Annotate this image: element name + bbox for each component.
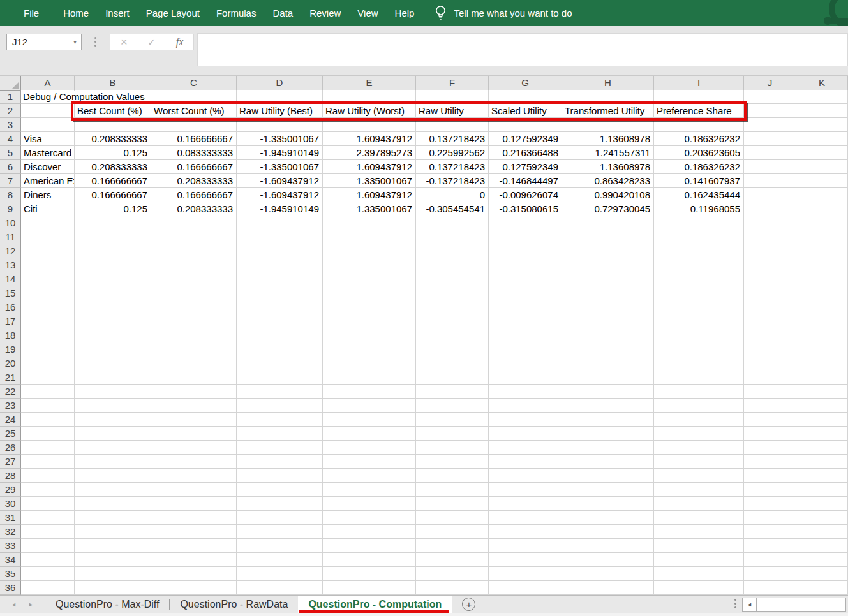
- cell-E23[interactable]: [323, 399, 416, 413]
- cell-K7[interactable]: [796, 174, 848, 188]
- cell-D30[interactable]: [237, 497, 323, 511]
- cell-A6[interactable]: Discover: [21, 160, 75, 174]
- cell-A10[interactable]: [21, 216, 75, 230]
- cell-E17[interactable]: [323, 314, 416, 328]
- row-header-34[interactable]: 34: [0, 553, 21, 567]
- cell-F30[interactable]: [416, 497, 489, 511]
- cell-D22[interactable]: [237, 385, 323, 399]
- cell-D27[interactable]: [237, 455, 323, 469]
- cell-H21[interactable]: [562, 370, 654, 385]
- cell-F35[interactable]: [416, 567, 489, 581]
- cell-D29[interactable]: [237, 483, 323, 497]
- cell-B14[interactable]: [75, 272, 151, 286]
- cell-B32[interactable]: [75, 525, 151, 539]
- cell-C13[interactable]: [151, 258, 237, 272]
- column-header-C[interactable]: C: [151, 76, 237, 91]
- cell-E30[interactable]: [323, 497, 416, 511]
- cell-I33[interactable]: [654, 539, 744, 553]
- cell-J26[interactable]: [744, 441, 796, 455]
- cell-J3[interactable]: [744, 118, 796, 132]
- cell-K1[interactable]: [796, 90, 848, 104]
- cell-F12[interactable]: [416, 244, 489, 258]
- cell-C34[interactable]: [151, 553, 237, 567]
- cell-G21[interactable]: [489, 370, 562, 385]
- cell-K34[interactable]: [796, 553, 848, 567]
- cell-E25[interactable]: [323, 427, 416, 441]
- cell-E22[interactable]: [323, 385, 416, 399]
- cell-E13[interactable]: [323, 258, 416, 272]
- cell-G19[interactable]: [489, 342, 562, 356]
- cell-F34[interactable]: [416, 553, 489, 567]
- cell-E4[interactable]: 1.609437912: [323, 132, 416, 146]
- cell-J22[interactable]: [744, 385, 796, 399]
- cell-C5[interactable]: 0.083333333: [151, 146, 237, 160]
- cell-F31[interactable]: [416, 511, 489, 525]
- cell-G8[interactable]: -0.009626074: [489, 188, 562, 202]
- cell-B8[interactable]: 0.166666667: [75, 188, 151, 202]
- scrollbar-resize-handle[interactable]: [734, 599, 736, 608]
- cell-I26[interactable]: [654, 441, 744, 455]
- column-header-I[interactable]: I: [654, 76, 744, 91]
- cell-D19[interactable]: [237, 342, 323, 356]
- cell-I30[interactable]: [654, 497, 744, 511]
- row-header-16[interactable]: 16: [0, 300, 21, 314]
- cell-H10[interactable]: [562, 216, 654, 230]
- cell-B13[interactable]: [75, 258, 151, 272]
- cell-I4[interactable]: 0.186326232: [654, 132, 744, 146]
- cell-H14[interactable]: [562, 272, 654, 286]
- row-header-33[interactable]: 33: [0, 539, 21, 553]
- cell-G29[interactable]: [489, 483, 562, 497]
- cell-G24[interactable]: [489, 413, 562, 427]
- name-box[interactable]: J12 ▾: [6, 34, 82, 50]
- cell-E18[interactable]: [323, 328, 416, 342]
- cell-D17[interactable]: [237, 314, 323, 328]
- cell-B28[interactable]: [75, 469, 151, 483]
- cell-B16[interactable]: [75, 300, 151, 314]
- cell-A23[interactable]: [21, 399, 75, 413]
- cell-I20[interactable]: [654, 356, 744, 370]
- cell-I29[interactable]: [654, 483, 744, 497]
- cell-F5[interactable]: 0.225992562: [416, 146, 489, 160]
- cell-F9[interactable]: -0.305454541: [416, 202, 489, 216]
- cell-D13[interactable]: [237, 258, 323, 272]
- cell-B36[interactable]: [75, 581, 151, 595]
- cell-F7[interactable]: -0.137218423: [416, 174, 489, 188]
- cell-J6[interactable]: [744, 160, 796, 174]
- cell-J1[interactable]: [744, 90, 796, 104]
- cell-F19[interactable]: [416, 342, 489, 356]
- cell-E31[interactable]: [323, 511, 416, 525]
- ribbon-tab-home[interactable]: Home: [55, 0, 97, 26]
- row-header-14[interactable]: 14: [0, 272, 21, 286]
- horizontal-scrollbar-thumb[interactable]: [757, 598, 846, 612]
- cell-A1[interactable]: Debug / Computation Values: [21, 90, 75, 104]
- cell-I27[interactable]: [654, 455, 744, 469]
- cell-D26[interactable]: [237, 441, 323, 455]
- cell-I17[interactable]: [654, 314, 744, 328]
- cell-J9[interactable]: [744, 202, 796, 216]
- cell-E35[interactable]: [323, 567, 416, 581]
- cell-E8[interactable]: 1.609437912: [323, 188, 416, 202]
- cell-J33[interactable]: [744, 539, 796, 553]
- cell-A21[interactable]: [21, 370, 75, 385]
- cell-C27[interactable]: [151, 455, 237, 469]
- cell-H23[interactable]: [562, 399, 654, 413]
- sheet-tab-maxdiff[interactable]: QuestionPro - Max-Diff: [45, 596, 169, 613]
- cell-B25[interactable]: [75, 427, 151, 441]
- cell-I24[interactable]: [654, 413, 744, 427]
- cell-K31[interactable]: [796, 511, 848, 525]
- cell-D12[interactable]: [237, 244, 323, 258]
- cell-A7[interactable]: American Express: [21, 174, 75, 188]
- cell-I12[interactable]: [654, 244, 744, 258]
- cell-B23[interactable]: [75, 399, 151, 413]
- cell-A31[interactable]: [21, 511, 75, 525]
- cell-B30[interactable]: [75, 497, 151, 511]
- cell-F8[interactable]: 0: [416, 188, 489, 202]
- cell-I6[interactable]: 0.186326232: [654, 160, 744, 174]
- cell-C33[interactable]: [151, 539, 237, 553]
- cell-B11[interactable]: [75, 230, 151, 244]
- cell-K24[interactable]: [796, 413, 848, 427]
- cell-K23[interactable]: [796, 399, 848, 413]
- cell-I35[interactable]: [654, 567, 744, 581]
- cell-D32[interactable]: [237, 525, 323, 539]
- cell-A3[interactable]: [21, 118, 75, 132]
